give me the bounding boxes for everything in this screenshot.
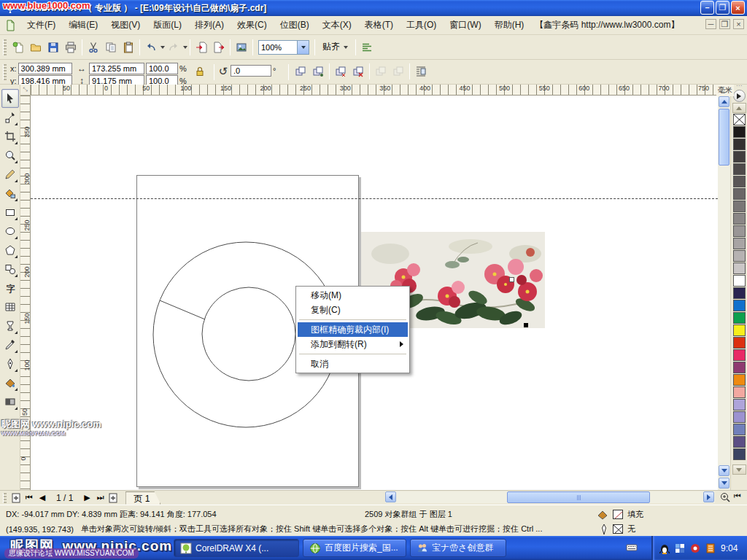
outline-color-swatch[interactable] [613, 524, 623, 534]
taskbar-button-1[interactable]: CorelDRAW X4 (... [174, 539, 299, 557]
smart-fill-tool[interactable] [1, 184, 19, 203]
text-tool[interactable]: 字 [1, 279, 19, 298]
open-folder-button[interactable] [27, 39, 44, 56]
lock-ratio-icon[interactable] [194, 66, 206, 77]
selection-node[interactable] [509, 277, 514, 282]
color-swatch-423e3e[interactable] [733, 151, 746, 163]
menu-item-5[interactable]: 排列(A) [188, 16, 231, 34]
color-swatch-4e4a4a[interactable] [733, 163, 746, 175]
color-swatch-8e3a70[interactable] [733, 362, 746, 373]
color-swatch-ee8a10[interactable] [733, 374, 746, 386]
to-back-icon[interactable] [390, 63, 407, 80]
fill-color-swatch[interactable] [613, 510, 623, 519]
horizontal-scrollbar[interactable] [385, 491, 715, 503]
paste-button[interactable] [120, 39, 137, 56]
close-button[interactable]: × [731, 1, 745, 15]
color-swatch-aea4da[interactable] [733, 399, 746, 411]
color-swatch-5c4e84[interactable] [733, 436, 746, 448]
blend-tool[interactable] [1, 316, 19, 335]
scroll-right-button[interactable] [703, 491, 714, 502]
qq-tray-icon[interactable] [659, 542, 670, 554]
fill-tool[interactable] [1, 373, 19, 392]
last-page-button[interactable]: ⏭ [93, 492, 107, 504]
crop-tool[interactable] [1, 127, 19, 146]
collapse-panel-icon[interactable]: ⏮ [734, 491, 741, 501]
copy-button[interactable] [102, 39, 120, 56]
next-page-button[interactable]: ▶ [80, 492, 93, 504]
print-button[interactable] [62, 39, 80, 56]
taskbar-button-3[interactable]: 宝ナ嵒さ创意群 [410, 539, 506, 557]
ellipse-tool[interactable] [1, 222, 19, 241]
save-button[interactable] [44, 39, 62, 56]
no-color-swatch[interactable] [733, 114, 746, 125]
color-swatch-b6b2b2[interactable] [733, 250, 746, 262]
wrap-text-icon[interactable] [412, 63, 430, 80]
context-menu-item[interactable]: 移动(M) [298, 288, 408, 303]
outline-tool[interactable] [1, 354, 19, 373]
navigator-grip[interactable] [3, 493, 7, 503]
ruler-origin[interactable]: ⤡ [20, 85, 31, 96]
context-menu-item[interactable]: 复制(C) [298, 303, 408, 317]
mdi-minimize-button[interactable]: ─ [705, 19, 716, 29]
undo-button[interactable] [142, 39, 160, 56]
color-swatch-cac6c6[interactable] [733, 262, 746, 274]
menu-item-9[interactable]: 表格(T) [358, 16, 400, 34]
menu-item-1[interactable]: 文件(F) [20, 16, 62, 34]
new-doc-button[interactable] [9, 39, 27, 56]
context-menu-item[interactable]: 图框精确剪裁内部(I) [298, 322, 408, 337]
snap-to-dropdown[interactable]: 贴齐 [317, 38, 353, 56]
table-tool[interactable] [1, 298, 19, 316]
rectangle-tool[interactable] [1, 203, 19, 222]
horizontal-scroll-thumb[interactable] [507, 491, 650, 503]
menu-item-6[interactable]: 效果(C) [231, 16, 274, 34]
scroll-up-button[interactable] [719, 96, 729, 107]
palette-flyout-button[interactable] [733, 90, 746, 102]
keyboard-icon[interactable] [626, 542, 638, 553]
color-swatch-7280ba[interactable] [733, 424, 746, 435]
restore-button[interactable]: ❐ [716, 1, 729, 15]
ungroup-all-icon[interactable] [349, 63, 367, 80]
color-swatch-ffffff[interactable] [733, 275, 746, 287]
menu-item-11[interactable]: 窗口(W) [443, 16, 487, 34]
ungroup-icon[interactable] [332, 63, 349, 80]
freehand-tool[interactable] [1, 165, 19, 184]
to-front-icon[interactable] [372, 63, 390, 80]
export-button[interactable] [210, 39, 228, 56]
vertical-scroll-thumb[interactable] [719, 109, 729, 166]
color-swatch-dc3010[interactable] [733, 337, 746, 349]
pick-tool[interactable] [1, 89, 19, 108]
antivirus-tray-icon[interactable] [689, 542, 701, 554]
menu-item-7[interactable]: 位图(B) [274, 16, 316, 34]
combine-icon[interactable] [292, 63, 309, 80]
color-swatch-0ea04e[interactable] [733, 312, 746, 324]
first-page-button[interactable]: ⏮ [23, 492, 36, 504]
zoom-level-input[interactable] [259, 42, 297, 53]
context-menu-item[interactable]: 取消 [298, 357, 408, 371]
polygon-tool[interactable] [1, 241, 19, 260]
color-swatch-8a8686[interactable] [733, 213, 746, 225]
color-swatch-f8ee1c[interactable] [733, 324, 746, 336]
import-button[interactable] [193, 39, 210, 56]
cut-button[interactable] [85, 39, 102, 56]
zoom-dropdown-button[interactable] [297, 41, 309, 54]
scroll-left-button[interactable] [385, 491, 396, 502]
eyedropper-tool[interactable] [1, 335, 19, 354]
msn-tray-icon[interactable] [674, 542, 686, 554]
color-swatch-6a6666[interactable] [733, 188, 746, 200]
color-swatch-1c1a1a[interactable] [733, 126, 746, 138]
color-swatch-f2a8a0[interactable] [733, 386, 746, 398]
menu-item-12[interactable]: 帮助(H) [488, 16, 531, 34]
color-swatch-9a9696[interactable] [733, 225, 746, 237]
zoom-navigator-icon[interactable] [719, 491, 731, 503]
zoom-tool[interactable] [1, 146, 19, 165]
page-tab[interactable]: 页 1 [125, 491, 160, 505]
menu-item-8[interactable]: 文本(X) [316, 16, 358, 34]
menu-item-3[interactable]: 视图(V) [104, 16, 147, 34]
menu-item-2[interactable]: 编辑(E) [62, 16, 104, 34]
minimize-button[interactable]: － [700, 1, 714, 15]
taskbar-button-2[interactable]: 百度图片搜索_国... [303, 539, 406, 557]
width-input[interactable] [89, 63, 144, 74]
palette-scroll-down[interactable] [732, 464, 746, 475]
add-page-button[interactable] [9, 492, 23, 504]
x-position-input[interactable] [18, 63, 72, 74]
